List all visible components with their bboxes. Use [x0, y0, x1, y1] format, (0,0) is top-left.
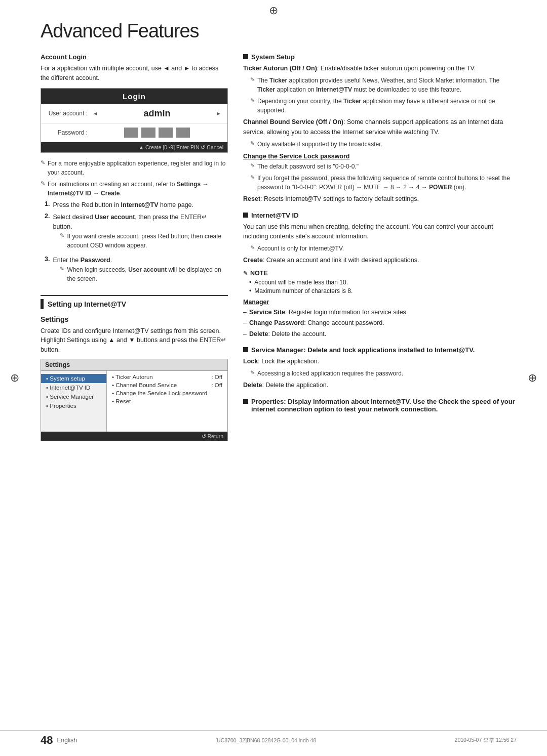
bullet-icon-1 — [243, 54, 248, 59]
note-icon-10: ✎ — [250, 244, 255, 251]
bullet-icon-2 — [243, 213, 248, 218]
manager-delete: – Delete: Delete the account. — [243, 329, 517, 339]
note-block-label: NOTE — [250, 270, 268, 277]
lock-note-1: ✎ The default password set is "0-0-0-0." — [243, 162, 517, 171]
system-setup-heading: System Setup — [243, 53, 517, 61]
settings-box: Settings • System setup • Internet@TV ID… — [41, 359, 228, 441]
page-footer: 48 English [UC8700_32]BN68-02842G-00L04.… — [0, 730, 547, 747]
note-icon-5: ✎ — [250, 76, 255, 83]
note-item-2-text: Maximum number of characters is 8. — [254, 287, 353, 295]
service-site-text: Service Site: Register login information… — [249, 308, 408, 317]
login-box: Login User account : ◄ admin ► Password … — [41, 88, 228, 153]
note-icon-3: ✎ — [60, 232, 64, 239]
user-label: User account : — [47, 110, 93, 117]
compass-left-icon: ⊕ — [10, 371, 19, 385]
channel-bound-text: Channel Bound Service (Off / On): Some c… — [243, 117, 517, 137]
settings-section: Settings Create IDs and configure Intern… — [41, 315, 228, 441]
note-block: ✎ NOTE • Account will be made less than … — [243, 270, 517, 295]
password-dot-4 — [176, 128, 190, 138]
internet-tv-id-note-text: Account is only for internet@TV. — [257, 244, 344, 253]
step-2: 2. Select desired User account, then pre… — [45, 213, 228, 253]
internet-tv-id-body: You can use this menu when creating, del… — [243, 222, 517, 242]
page-number: 48 — [41, 734, 53, 747]
note-icon-4: ✎ — [60, 266, 64, 272]
create-text: Create: Create an account and link it wi… — [243, 256, 517, 265]
step-2-num: 2. — [45, 213, 50, 220]
system-setup-section: System Setup Ticker Autorun (Off / On): … — [243, 53, 517, 204]
settings-box-body: • System setup • Internet@TV ID • Servic… — [41, 371, 227, 432]
step-3-note: ✎ When login succeeds, User account will… — [53, 265, 228, 283]
change-lock-heading: Change the Service Lock password — [243, 153, 517, 160]
manager-change-password: – Change Password: Change account passwo… — [243, 318, 517, 328]
internet-tv-id-heading: Internet@TV ID — [243, 212, 517, 219]
manager-heading: Manager — [243, 299, 517, 306]
ticker-note-2: ✎ Depending on your country, the Ticker … — [243, 97, 517, 115]
service-manager-heading: Service Manager: Delete and lock applica… — [243, 346, 517, 354]
bullet-icon-3 — [243, 347, 248, 352]
account-login-heading: Account Login — [41, 53, 228, 61]
note-item-2: • Maximum number of characters is 8. — [243, 287, 517, 295]
settings-change-lock: • Change the Service Lock password — [112, 390, 222, 396]
service-manager-label: Service Manager: Delete and lock applica… — [251, 346, 475, 354]
channel-note: ✎ Only available if supported by the bro… — [243, 140, 517, 149]
note-item-1: • Account will be made less than 10. — [243, 279, 517, 286]
password-label: Password : — [47, 129, 93, 136]
settings-menu-properties: • Properties — [41, 401, 106, 410]
divider-bar — [41, 299, 44, 309]
lock-access-note: ✎ Accessing a locked application require… — [243, 369, 517, 378]
footer-right-text: 2010-05-07 오후 12:56 27 — [455, 737, 517, 744]
left-arrow-icon: ◄ — [93, 110, 98, 116]
service-manager-section: Service Manager: Delete and lock applica… — [243, 346, 517, 391]
delete-app-text: Delete: Delete the application. — [243, 381, 517, 390]
password-dot-2 — [141, 128, 155, 138]
step-3-num: 3. — [45, 256, 50, 263]
user-value-container: ◄ admin ► — [93, 108, 221, 119]
note-item-1-text: Account will be made less than 10. — [254, 279, 348, 286]
lock-note-2-text: If you forget the password, press the fo… — [257, 174, 517, 192]
system-setup-label: System Setup — [251, 53, 295, 61]
settings-menu: • System setup • Internet@TV ID • Servic… — [41, 371, 107, 432]
note-icon-6: ✎ — [250, 97, 255, 104]
ticker-note-1-text: The Ticker application provides useful N… — [257, 76, 517, 94]
settings-heading: Settings — [41, 315, 228, 323]
compass-top-icon: ⊕ — [269, 4, 278, 17]
password-dot-3 — [159, 128, 173, 138]
account-note-1-text: For a more enjoyable application experie… — [48, 159, 228, 177]
note-icon-12: ✎ — [250, 369, 255, 376]
step-2-note-text: If you want create account, press Red bu… — [67, 232, 228, 250]
footer-center-text: [UC8700_32]BN68-02842G-00L04.indb 48 — [215, 737, 316, 743]
change-password-text: Change Password: Change account password… — [249, 318, 384, 328]
page-lang: English — [57, 737, 76, 744]
settings-box-title: Settings — [41, 359, 227, 371]
lock-access-note-text: Accessing a locked application requires … — [257, 369, 403, 378]
internet-tv-id-note: ✎ Account is only for internet@TV. — [243, 244, 517, 253]
step-3-note-text: When login succeeds, User account will b… — [67, 265, 228, 283]
settings-reset: • Reset — [112, 398, 222, 404]
login-title: Login — [41, 89, 227, 104]
right-column: System Setup Ticker Autorun (Off / On): … — [243, 53, 517, 448]
properties-heading: Properties: Display information about In… — [243, 398, 517, 413]
note-icon-8: ✎ — [250, 162, 255, 169]
internet-tv-id-section: Internet@TV ID You can use this menu whe… — [243, 212, 517, 339]
setting-up-heading: Setting up Internet@TV — [48, 300, 126, 308]
settings-ticker: • Ticker Autorun : Off — [112, 374, 222, 380]
login-footer: ▲ Create [0~9] Enter PIN ↺ Cancel — [41, 142, 227, 152]
right-arrow-icon: ► — [216, 110, 221, 116]
step-1-num: 1. — [45, 200, 50, 207]
manager-service-site: – Service Site: Register login informati… — [243, 308, 517, 317]
account-note-2-text: For instructions on creating an account,… — [48, 180, 228, 198]
step-2-text: Select desired User account, then press … — [53, 214, 207, 230]
password-dot-1 — [124, 128, 138, 138]
password-row: Password : — [41, 123, 227, 142]
footer-left-group: 48 English — [41, 734, 77, 747]
delete-text: Delete: Delete the account. — [249, 329, 326, 339]
step-3: 3. Enter the Password. ✎ When login succ… — [45, 256, 228, 286]
account-note-1: ✎ For a more enjoyable application exper… — [41, 159, 228, 177]
user-value: admin — [100, 108, 214, 119]
account-login-body: For a application with multiple account,… — [41, 64, 228, 83]
account-login-section: Account Login For a application with mul… — [41, 53, 228, 286]
steps-list: 1. Press the Red button in Internet@TV h… — [45, 200, 228, 286]
bullet-icon-4 — [243, 399, 248, 404]
note-icon-9: ✎ — [250, 174, 255, 181]
account-note-2: ✎ For instructions on creating an accoun… — [41, 180, 228, 198]
